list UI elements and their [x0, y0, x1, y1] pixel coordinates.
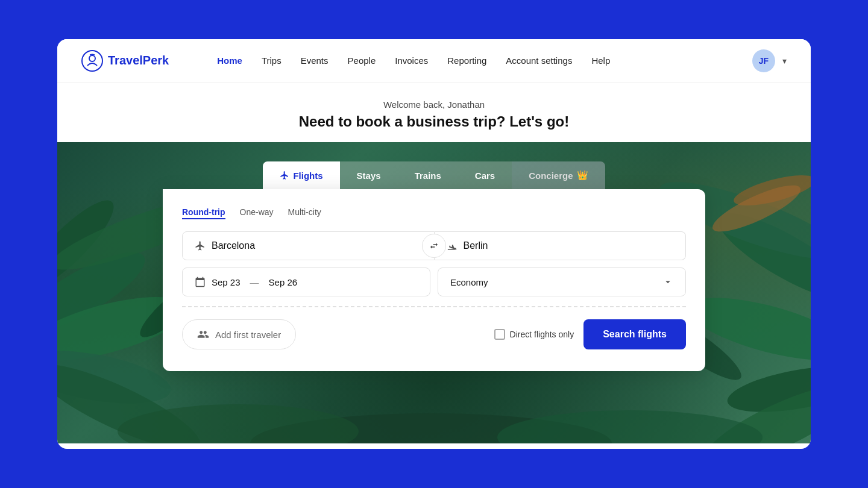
- date-from: Sep 23: [212, 277, 241, 287]
- nav-right: JF ▾: [752, 49, 787, 72]
- date-to: Sep 26: [269, 277, 298, 287]
- depart-icon: [195, 240, 206, 251]
- chevron-down-icon: [662, 277, 673, 287]
- cabin-class-select[interactable]: Economy: [438, 267, 686, 296]
- cabin-class-value: Economy: [450, 277, 488, 287]
- date-separator: —: [250, 277, 259, 287]
- tab-cars[interactable]: Cars: [458, 161, 512, 189]
- hero-section: Welcome back, Jonathan Need to book a bu…: [57, 83, 811, 142]
- nav-invoices[interactable]: Invoices: [395, 55, 428, 66]
- svg-point-14: [250, 413, 612, 443]
- direct-flights-label[interactable]: Direct flights only: [494, 329, 574, 340]
- add-traveler-label: Add first traveler: [215, 330, 281, 340]
- arrive-icon: [447, 240, 458, 251]
- welcome-subtitle: Welcome back, Jonathan: [57, 99, 811, 110]
- app-window: TravelPerk Home Trips Events People Invo…: [57, 39, 811, 449]
- direct-flights-text: Direct flights only: [510, 330, 574, 339]
- tab-trains[interactable]: Trains: [398, 161, 458, 189]
- nav-people[interactable]: People: [348, 55, 376, 66]
- avatar[interactable]: JF: [752, 49, 775, 72]
- booking-tabs: Flights Stays Trains Cars Concierge 👑: [263, 161, 605, 189]
- trip-type-selector: Round-trip One-way Multi-city: [182, 207, 686, 219]
- welcome-title: Need to book a business trip? Let's go!: [57, 113, 811, 130]
- svg-point-9: [708, 199, 811, 314]
- navbar: TravelPerk Home Trips Events People Invo…: [57, 39, 811, 83]
- svg-point-6: [57, 341, 175, 413]
- tab-stays[interactable]: Stays: [340, 161, 398, 189]
- logo-text: TravelPerk: [108, 54, 169, 67]
- svg-point-5: [57, 190, 124, 299]
- chevron-down-icon[interactable]: ▾: [782, 56, 787, 66]
- svg-point-1: [89, 55, 95, 61]
- nav-links: Home Trips Events People Invoices Report…: [217, 55, 752, 66]
- date-input[interactable]: Sep 23 — Sep 26: [182, 267, 430, 296]
- booking-panel: Round-trip One-way Multi-city Barcelona …: [163, 189, 705, 371]
- tab-concierge[interactable]: Concierge 👑: [512, 161, 605, 189]
- logo-icon: [81, 50, 103, 72]
- nav-help[interactable]: Help: [591, 55, 610, 66]
- traveler-icon: [197, 328, 209, 340]
- logo[interactable]: TravelPerk: [81, 50, 169, 72]
- tabs-container: Flights Stays Trains Cars Concierge 👑: [57, 142, 811, 189]
- svg-point-15: [118, 404, 359, 443]
- divider: [182, 306, 686, 307]
- swap-icon: [429, 241, 439, 251]
- nav-home[interactable]: Home: [217, 55, 242, 66]
- trip-type-oneway[interactable]: One-way: [240, 207, 274, 219]
- svg-point-16: [497, 410, 763, 443]
- add-traveler-button[interactable]: Add first traveler: [182, 319, 296, 349]
- date-class-row: Sep 23 — Sep 26 Economy: [182, 267, 686, 296]
- nav-events[interactable]: Events: [301, 55, 329, 66]
- bottom-spacer: [57, 371, 811, 400]
- calendar-icon: [195, 277, 206, 287]
- origin-input[interactable]: Barcelona: [182, 231, 435, 260]
- svg-point-11: [724, 358, 811, 421]
- traveler-row: Add first traveler Direct flights only S…: [182, 319, 686, 349]
- nav-account-settings[interactable]: Account settings: [506, 55, 572, 66]
- nav-reporting[interactable]: Reporting: [447, 55, 486, 66]
- trip-type-round[interactable]: Round-trip: [182, 207, 225, 219]
- svg-point-3: [57, 239, 154, 348]
- search-flights-button[interactable]: Search flights: [583, 319, 686, 349]
- destination-input[interactable]: Berlin: [435, 231, 687, 260]
- direct-flights-checkbox[interactable]: [494, 329, 505, 340]
- nav-trips[interactable]: Trips: [262, 55, 281, 66]
- swap-button[interactable]: [422, 234, 446, 258]
- trip-type-multicity[interactable]: Multi-city: [288, 207, 321, 219]
- background-section: Flights Stays Trains Cars Concierge 👑: [57, 142, 811, 443]
- destination-value: Berlin: [464, 240, 488, 251]
- tab-flights[interactable]: Flights: [263, 161, 339, 189]
- origin-value: Barcelona: [212, 240, 255, 251]
- flights-icon: [280, 170, 289, 180]
- bottom-actions: Direct flights only Search flights: [494, 319, 686, 349]
- svg-point-13: [695, 370, 811, 443]
